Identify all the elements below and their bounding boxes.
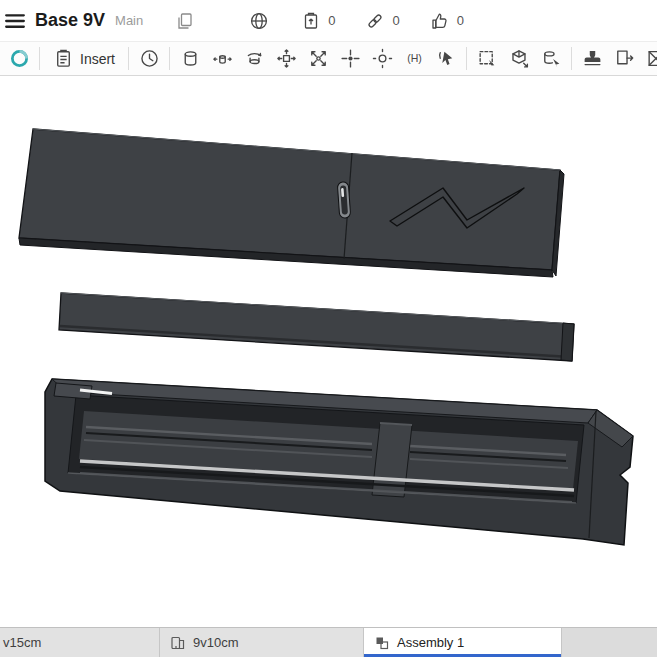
likes-count: 0	[457, 13, 464, 28]
assembly-icon	[374, 635, 390, 651]
insert-label: Insert	[80, 51, 115, 67]
likes-counter[interactable]: 0	[428, 9, 464, 33]
named-position-icon[interactable]: (H)	[398, 45, 430, 73]
tab-bar-filler	[562, 628, 657, 657]
links-counter[interactable]: 0	[363, 9, 399, 33]
lid-button-slot	[337, 182, 350, 219]
svg-text:(H): (H)	[407, 52, 422, 64]
toolbar-separator	[466, 47, 467, 70]
toolbar-separator	[571, 47, 572, 70]
copies-counter[interactable]: 0	[299, 9, 335, 33]
tab-9v15cm[interactable]: v15cm	[0, 628, 160, 657]
rotate-icon[interactable]	[238, 45, 270, 73]
assembly-toolbar: Insert (H)	[0, 42, 657, 76]
part-icon[interactable]	[174, 45, 206, 73]
box-select-icon[interactable]	[471, 45, 503, 73]
tab-label: v15cm	[3, 635, 41, 650]
mate-icon[interactable]	[206, 45, 238, 73]
tab-label: Assembly 1	[397, 635, 464, 650]
thumbs-up-icon	[428, 9, 452, 33]
explode-icon[interactable]	[302, 45, 334, 73]
select-icon[interactable]	[430, 45, 462, 73]
toolbar-separator	[128, 47, 129, 70]
snap-icon[interactable]	[334, 45, 366, 73]
versions-icon[interactable]	[173, 9, 197, 33]
workspace-name[interactable]: Main	[115, 13, 143, 28]
appearance-icon[interactable]	[640, 45, 657, 73]
link-icon	[363, 9, 387, 33]
tab-bar: v15cm 9v10cm Assembly 1	[0, 627, 657, 657]
insert-icon	[53, 48, 74, 69]
part-tray[interactable]	[45, 379, 633, 545]
insert-part-icon[interactable]	[503, 45, 535, 73]
assembly-viewport[interactable]	[0, 77, 657, 627]
part-studio-icon	[170, 635, 186, 651]
main-menu-icon[interactable]	[3, 9, 27, 33]
insert-button[interactable]: Insert	[44, 45, 124, 73]
stamp-icon[interactable]	[576, 45, 608, 73]
configure-icon[interactable]	[608, 45, 640, 73]
toolbar-separator	[169, 47, 170, 70]
document-title[interactable]: Base 9V	[35, 10, 105, 31]
links-count: 0	[392, 13, 399, 28]
part-lid[interactable]	[19, 129, 564, 277]
document-header: Base 9V Main 0 0 0	[0, 0, 657, 42]
tab-label: 9v10cm	[193, 635, 239, 650]
graphics-area	[0, 77, 657, 627]
tab-9v10cm[interactable]: 9v10cm	[160, 628, 364, 657]
tab-assembly-1[interactable]: Assembly 1	[364, 628, 562, 657]
copies-count: 0	[328, 13, 335, 28]
position-icon[interactable]	[366, 45, 398, 73]
toolbar-separator	[39, 47, 40, 70]
onshape-logo-icon[interactable]	[3, 45, 35, 73]
move-icon[interactable]	[270, 45, 302, 73]
clipboard-icon	[299, 9, 323, 33]
share-globe-icon[interactable]	[247, 9, 271, 33]
query-icon[interactable]	[535, 45, 567, 73]
clock-icon[interactable]	[133, 45, 165, 73]
part-spacer[interactable]	[59, 293, 574, 361]
